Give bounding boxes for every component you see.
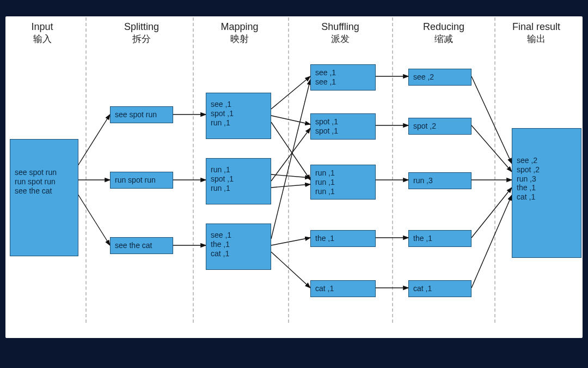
svg-line-0 — [74, 114, 110, 172]
shuffle-box-cat: cat ,1 — [310, 280, 376, 297]
reduce-box-cat: cat ,1 — [408, 280, 471, 297]
map-box-1: see ,1 spot ,1 run ,1 — [206, 93, 271, 139]
svg-line-24 — [471, 195, 512, 288]
reduce-box-run: run ,3 — [408, 172, 471, 189]
final-box: see ,2 spot ,2 run ,3 the ,1 cat ,1 — [512, 128, 581, 258]
split-box-2: run spot run — [110, 172, 173, 189]
shuffle-box-see: see ,1 see ,1 — [310, 64, 376, 91]
input-box: see spot run run spot run see the cat — [10, 139, 78, 256]
svg-line-21 — [471, 125, 512, 172]
svg-line-23 — [471, 188, 512, 238]
svg-line-12 — [271, 80, 310, 239]
svg-line-7 — [271, 116, 310, 124]
svg-line-20 — [471, 76, 512, 164]
split-box-3: see the cat — [110, 237, 173, 254]
outer-frame: Input 输入 Splitting 拆分 Mapping 映射 Shuffli… — [0, 0, 588, 368]
svg-line-10 — [271, 128, 310, 181]
shuffle-box-run: run ,1 run ,1 run ,1 — [310, 165, 376, 200]
diagram-canvas: Input 输入 Splitting 拆分 Mapping 映射 Shuffli… — [5, 16, 583, 338]
svg-line-8 — [271, 122, 310, 180]
svg-line-13 — [271, 238, 310, 245]
svg-line-9 — [271, 174, 310, 178]
shuffle-box-spot: spot ,1 spot ,1 — [310, 113, 376, 140]
shuffle-box-the: the ,1 — [310, 230, 376, 247]
map-box-2: run ,1 spot ,1 run ,1 — [206, 158, 271, 204]
svg-line-14 — [271, 252, 310, 288]
reduce-box-see: see ,2 — [408, 69, 471, 86]
svg-line-11 — [271, 184, 310, 188]
map-box-3: see ,1 the ,1 cat ,1 — [206, 224, 271, 270]
arrows-layer — [5, 16, 583, 338]
svg-line-2 — [74, 188, 110, 245]
reduce-box-the: the ,1 — [408, 230, 471, 247]
split-box-1: see spot run — [110, 106, 173, 123]
reduce-box-spot: spot ,2 — [408, 118, 471, 135]
